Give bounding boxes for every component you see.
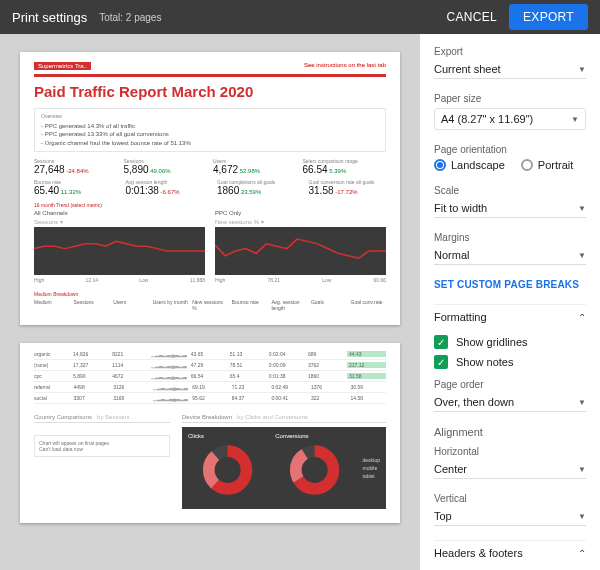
overview-notes: Overview - PPC generated 14.3% of all tr… xyxy=(34,108,386,152)
cancel-button[interactable]: CANCEL xyxy=(447,10,497,24)
orientation-landscape-radio[interactable]: Landscape xyxy=(434,159,505,171)
country-label: Country Comparisons xyxy=(34,414,92,420)
preview-page-2: organic14,8268221▁▂▃▂▃▄▃▂▃43.6551.130:02… xyxy=(20,343,400,523)
alignment-label: Alignment xyxy=(434,426,586,438)
chevron-up-icon: ⌃ xyxy=(578,312,586,323)
caret-down-icon: ▼ xyxy=(578,465,586,474)
orientation-portrait-radio[interactable]: Portrait xyxy=(521,159,573,171)
scale-select[interactable]: Fit to width▼ xyxy=(434,200,586,218)
paper-select[interactable]: A4 (8.27" x 11.69")▼ xyxy=(434,108,586,130)
horizontal-select[interactable]: Center▼ xyxy=(434,461,586,479)
horizontal-label: Horizontal xyxy=(434,446,586,457)
device-label: Device Breakdown xyxy=(182,414,232,420)
paper-label: Paper size xyxy=(434,93,586,104)
export-select[interactable]: Current sheet▼ xyxy=(434,61,586,79)
margins-select[interactable]: Normal▼ xyxy=(434,247,586,265)
page-order-select[interactable]: Over, then down▼ xyxy=(434,394,586,412)
margins-label: Margins xyxy=(434,232,586,243)
show-gridlines-checkbox[interactable]: ✓ xyxy=(434,335,448,349)
page-total: Total: 2 pages xyxy=(99,12,161,23)
vertical-select[interactable]: Top▼ xyxy=(434,508,586,526)
tab-name: Supermetrics Tra.. xyxy=(34,62,91,70)
show-notes-checkbox[interactable]: ✓ xyxy=(434,355,448,369)
chart-ppc-only: PPC Only New sessions % ▾ High78.21Low60… xyxy=(215,210,386,283)
donut-charts: Clicks Conversions desktop mobile tablet xyxy=(182,427,386,509)
preview-page-1: Supermetrics Tra.. See instructions on t… xyxy=(20,52,400,325)
caret-down-icon: ▼ xyxy=(578,65,586,74)
caret-down-icon: ▼ xyxy=(571,115,579,124)
section-medium-label: Medium Breakdown xyxy=(34,291,386,297)
caret-down-icon: ▼ xyxy=(578,204,586,213)
export-button[interactable]: EXPORT xyxy=(509,4,588,30)
report-title: Paid Traffic Report March 2020 xyxy=(34,83,386,100)
caret-down-icon: ▼ xyxy=(578,398,586,407)
caret-down-icon: ▼ xyxy=(578,512,586,521)
headers-footers-toggle[interactable]: Headers & footers⌃ xyxy=(434,540,586,565)
section-trend-label: 16 month Trend (select metric) xyxy=(34,202,386,208)
page-order-label: Page order xyxy=(434,379,586,390)
top-bar: Print settings Total: 2 pages CANCEL EXP… xyxy=(0,0,600,34)
preview-area[interactable]: Supermetrics Tra.. See instructions on t… xyxy=(0,34,420,570)
vertical-label: Vertical xyxy=(434,493,586,504)
show-gridlines-label: Show gridlines xyxy=(456,336,528,348)
scale-label: Scale xyxy=(434,185,586,196)
caret-down-icon: ▼ xyxy=(578,251,586,260)
export-label: Export xyxy=(434,46,586,57)
chevron-up-icon: ⌃ xyxy=(578,548,586,559)
formatting-section-toggle[interactable]: Formatting⌃ xyxy=(434,304,586,329)
orientation-label: Page orientation xyxy=(434,144,586,155)
show-notes-label: Show notes xyxy=(456,356,513,368)
page-title: Print settings xyxy=(12,10,87,25)
custom-page-breaks-link[interactable]: SET CUSTOM PAGE BREAKS xyxy=(434,279,586,290)
settings-sidebar: Export Current sheet▼ Paper size A4 (8.2… xyxy=(420,34,600,570)
chart-all-channels: All Channels Sessions ▾ High12.14Low11,8… xyxy=(34,210,205,283)
chart-placeholder-note: Chart will appear on final pages Can't l… xyxy=(34,435,170,457)
instruction-link: See instructions on the last tab xyxy=(304,62,386,70)
